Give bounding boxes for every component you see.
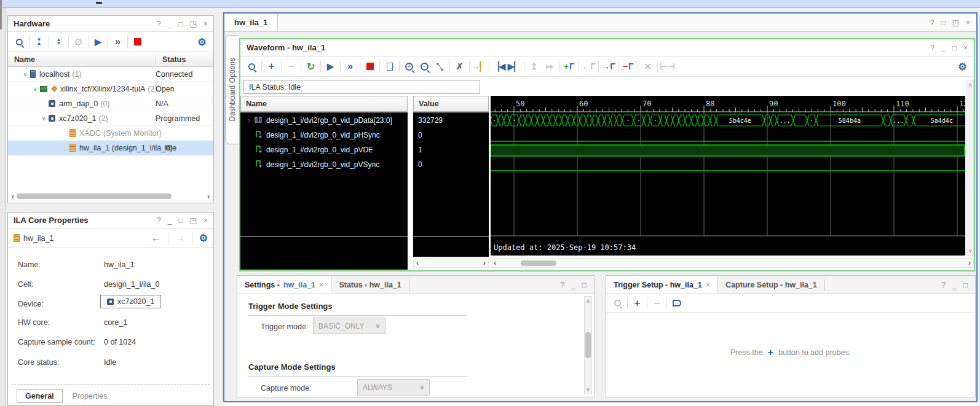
hardware-tree-row[interactable]: ∨localhost(1)Connected [8,67,213,82]
wave-swap-range-button[interactable]: ⊢⊣ [660,59,675,74]
tab-properties[interactable]: Properties [69,390,111,402]
wave-export-data-button[interactable] [382,59,397,74]
hardware-scroll-right-icon[interactable]: › [207,193,210,200]
device-value-box[interactable]: xc7z020_1 [100,295,161,308]
capture-mode-dropdown[interactable]: ALWAYS ∨ [357,379,430,396]
wave-crosshair-toggle-button[interactable]: ✗ [452,59,467,74]
settings-scroll-down-icon[interactable]: ∨ [586,386,590,392]
hardware-tree-row[interactable]: arm_dap_0(0)N/A [8,96,213,111]
hardware-column-header[interactable]: Name Status [8,52,213,67]
wave-prev-marker-button[interactable]: ←Γ [581,59,596,74]
tab-trigger-setup[interactable]: Trigger Setup - hw_ila_1× [606,276,718,294]
help-icon[interactable]: ? [157,216,161,225]
trigger-tab-close-icon[interactable]: × [706,281,710,289]
maximize-icon[interactable]: □ [952,44,957,52]
wave-remove-probes-button[interactable]: − [283,59,299,74]
expand-bus-icon[interactable]: > [244,117,254,123]
wave-scroll-thumb[interactable] [521,260,556,266]
wave-goto-start-button[interactable]: ▕◀ [491,59,507,74]
back-arrow-icon[interactable]: ← [151,233,161,244]
wave-next-marker-button[interactable]: →Γ [601,59,616,74]
hardware-tree-row[interactable]: ∨xilinx_tcf/Xilinx/1234-tulA(2)Open [8,82,213,96]
hardware-hscrollbar[interactable]: ‹ › [9,191,212,201]
hardware-scroll-left-icon[interactable]: ‹ [12,193,14,200]
ila-status-box[interactable]: ILA Status: Idle [243,80,480,94]
signal-value-row[interactable]: 1 [413,142,489,157]
settings-scroll-thumb[interactable] [585,332,591,358]
dashboard-options-tab[interactable]: Dashboard Options [225,35,239,144]
twist-icon[interactable]: ∨ [39,115,49,122]
close-icon[interactable]: × [963,44,968,52]
hw-settings-button[interactable]: ⚙ [194,34,210,49]
wave-scroll-left-icon[interactable]: ‹ [494,259,496,267]
signal-name-row[interactable]: design_1_i/dvi2rgb_0_vid_pVSync [240,157,408,172]
signal-name-row[interactable]: >design_1_i/dvi2rgb_0_vid_pData[23:0] [240,113,408,128]
settings-vscrollbar[interactable]: ∧ ∨ [584,296,592,394]
ts-find-button[interactable] [610,296,625,311]
help-icon[interactable]: ? [560,281,564,289]
wave-goto-end-button[interactable]: ▶▏ [507,59,522,74]
minimize-icon[interactable]: _ [168,216,172,225]
wave-hscrollbar[interactable]: ‹ › [491,258,974,268]
close-icon[interactable]: × [966,18,970,27]
ila-properties-gear-icon[interactable]: ⚙ [199,232,208,244]
hw-expand-all-button[interactable] [51,34,66,49]
tab-hw-ila-1[interactable]: hw_ila_1 [224,14,278,31]
wave-add-marker-button[interactable]: +Γ [561,59,577,74]
minimize-icon[interactable]: _ [571,281,575,289]
tab-settings-hw-ila-1[interactable]: Settings - hw_ila_1× [237,276,331,294]
wave-scroll-right-icon[interactable]: › [968,259,971,267]
close-icon[interactable]: × [204,20,208,28]
float-icon[interactable]: ◳ [190,216,197,225]
ila-properties-header[interactable]: ILA Core Properties ?_□◳× [8,213,213,228]
hw-stop-trigger-button[interactable] [130,34,145,49]
wave-scroll-up-icon[interactable]: ∧ [968,82,973,88]
hw-collapse-all-button[interactable] [31,34,47,49]
wave-run-trigger-immediate-button[interactable]: » [342,59,358,74]
help-icon[interactable]: ? [930,44,935,52]
value-scroll-left-icon[interactable]: ‹ [416,259,419,267]
wave-scroll-down-icon[interactable]: ∨ [968,248,973,254]
hardware-scroll-thumb[interactable] [17,193,172,199]
wave-settings-button[interactable]: ⚙ [955,59,970,74]
wave-trigger-position-button[interactable]: →▏ [472,59,487,74]
wave-refresh-button[interactable]: ↻ [303,59,318,74]
wave-move-down-button[interactable]: ↦ [542,59,557,74]
ts-remove-probe-button[interactable]: − [649,296,665,311]
hw-run-trigger-button[interactable]: ▶ [90,34,106,49]
hardware-tree-row[interactable]: XADC(System Monitor) [8,126,213,141]
close-icon[interactable]: × [204,216,208,225]
float-icon[interactable]: ◳ [190,20,197,28]
minimize-icon[interactable]: _ [941,44,946,52]
wave-move-up-button[interactable]: ↥ [526,59,542,74]
wave-delete-button[interactable]: ✕ [640,59,655,74]
waveform-canvas[interactable]: 5060708090100110120·····5b4c4e...·584b4a… [491,96,965,256]
add-probe-plus-icon[interactable]: + [768,347,773,358]
ts-basic-gate-button[interactable] [669,296,684,311]
help-icon[interactable]: ? [941,281,946,289]
ts-add-probe-button[interactable]: + [630,296,645,311]
signal-value-row[interactable]: 332729 [413,113,489,128]
settings-tab-close-icon[interactable]: × [319,281,323,289]
minimize-icon[interactable]: _ [952,281,957,289]
wave-remove-marker-button[interactable]: −Γ [620,59,636,74]
tab-status-hw-ila-1[interactable]: Status - hw_ila_1 [331,276,408,294]
signal-value-row[interactable]: 0 [413,157,489,172]
help-icon[interactable]: ? [930,18,935,27]
float-icon[interactable]: ◳ [952,18,959,27]
wave-find-button[interactable] [244,59,259,74]
tab-capture-setup[interactable]: Capture Setup - hw_ila_1 [718,276,824,294]
hardware-tree-row[interactable]: ∨xc7z020_1(2)Programmed [8,111,213,126]
wave-value-header[interactable]: Value [413,96,489,112]
signal-name-row[interactable]: design_1_i/dvi2rgb_0_vid_pHSync [240,128,408,142]
value-hscrollbar[interactable]: ‹ › [413,258,489,268]
wave-zoom-in-button[interactable] [401,59,417,74]
trigger-mode-dropdown[interactable]: BASIC_ONLY ∨ [313,318,385,334]
signal-value-row[interactable]: 0 [413,128,489,142]
value-scroll-right-icon[interactable]: › [483,259,486,267]
wave-add-probes-button[interactable]: + [264,59,279,74]
wave-vscrollbar[interactable]: ∧ ∨ [966,80,974,256]
signal-name-row[interactable]: design_1_i/dvi2rgb_0_vid_pVDE [240,142,408,157]
hw-run-trigger-immediate-button[interactable]: » [110,34,125,49]
help-icon[interactable]: ? [157,20,161,28]
